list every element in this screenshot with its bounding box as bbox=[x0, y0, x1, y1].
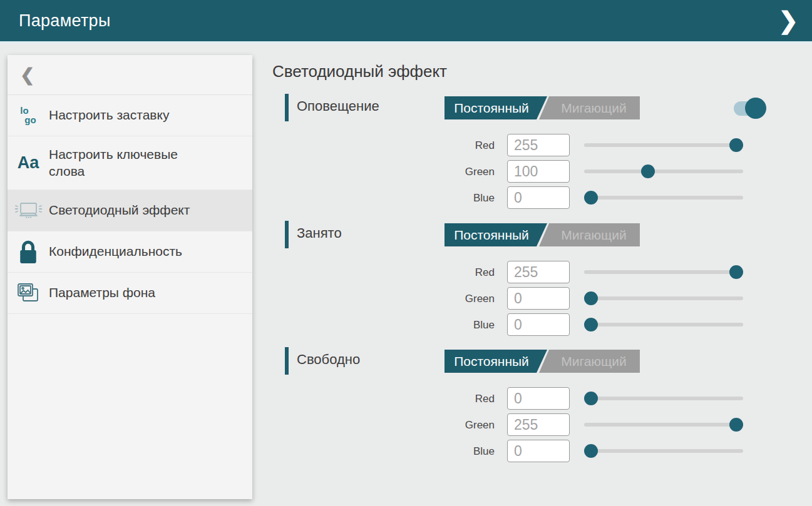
rgb-row-blue: Blue bbox=[0, 186, 812, 209]
app-header: Параметры ❯ bbox=[0, 0, 812, 43]
rgb-value-input[interactable] bbox=[507, 186, 570, 209]
rgb-label: Blue bbox=[413, 445, 495, 458]
rgb-slider[interactable] bbox=[584, 440, 743, 462]
rgb-row-red: Red bbox=[0, 134, 812, 156]
page-title: Светодиодный эффект bbox=[272, 62, 447, 81]
slider-thumb[interactable] bbox=[641, 164, 655, 178]
mode-segmented-control: Постоянный Мигающий bbox=[445, 350, 640, 373]
mode-steady-button[interactable]: Постоянный bbox=[445, 96, 547, 119]
slider-track bbox=[584, 196, 743, 200]
slider-track bbox=[584, 143, 743, 147]
rgb-label: Green bbox=[413, 419, 495, 432]
rgb-label: Blue bbox=[413, 192, 495, 205]
mode-segmented-control: Постоянный Мигающий bbox=[445, 96, 640, 119]
rgb-row-red: Red bbox=[0, 387, 812, 410]
slider-thumb[interactable] bbox=[729, 265, 743, 279]
rgb-row-green: Green bbox=[0, 287, 812, 310]
rgb-value-input[interactable] bbox=[507, 313, 570, 336]
rgb-row-blue: Blue bbox=[0, 440, 812, 462]
toggle-knob bbox=[745, 98, 766, 119]
slider-track bbox=[584, 449, 743, 453]
rgb-label: Green bbox=[413, 293, 495, 305]
mode-steady-button[interactable]: Постоянный bbox=[445, 350, 547, 373]
app-title: Параметры bbox=[19, 11, 111, 31]
sidebar-back-button[interactable]: ❮ bbox=[8, 55, 252, 95]
rgb-row-green: Green bbox=[0, 413, 812, 436]
slider-track bbox=[584, 170, 743, 173]
slider-track bbox=[584, 270, 743, 274]
forward-chevron-icon[interactable]: ❯ bbox=[778, 6, 798, 35]
rgb-label: Red bbox=[413, 266, 495, 279]
slider-thumb[interactable] bbox=[584, 291, 598, 305]
rgb-label: Red bbox=[413, 139, 495, 152]
mode-blinking-button[interactable]: Мигающий bbox=[537, 96, 640, 119]
rgb-slider[interactable] bbox=[584, 160, 743, 183]
slider-thumb[interactable] bbox=[729, 418, 743, 432]
section-accent-bar bbox=[285, 221, 289, 248]
slider-thumb[interactable] bbox=[584, 444, 598, 458]
slider-track bbox=[584, 323, 743, 326]
mode-blinking-button[interactable]: Мигающий bbox=[537, 223, 640, 246]
rgb-slider[interactable] bbox=[584, 313, 743, 336]
rgb-slider[interactable] bbox=[584, 413, 743, 436]
back-chevron-icon: ❮ bbox=[20, 64, 34, 85]
section-accent-bar bbox=[285, 347, 289, 375]
led-section-busy: Занято Постоянный Мигающий Red Green Blu… bbox=[0, 220, 812, 345]
slider-track bbox=[584, 397, 743, 400]
rgb-label: Red bbox=[413, 393, 495, 405]
rgb-slider[interactable] bbox=[584, 134, 743, 156]
led-section-notification: Оповещение Постоянный Мигающий Red Green… bbox=[0, 93, 812, 218]
rgb-slider[interactable] bbox=[584, 387, 743, 410]
rgb-row-red: Red bbox=[0, 261, 812, 283]
rgb-value-input[interactable] bbox=[507, 440, 570, 462]
rgb-slider[interactable] bbox=[584, 261, 743, 283]
slider-thumb[interactable] bbox=[729, 138, 743, 152]
slider-track bbox=[584, 423, 743, 427]
rgb-value-input[interactable] bbox=[507, 287, 570, 310]
mode-blinking-button[interactable]: Мигающий bbox=[537, 350, 640, 373]
section-label: Оповещение bbox=[297, 98, 379, 114]
rgb-label: Blue bbox=[413, 319, 495, 331]
led-section-free: Свободно Постоянный Мигающий Red Green B… bbox=[0, 346, 812, 471]
rgb-label: Green bbox=[413, 166, 495, 178]
rgb-row-blue: Blue bbox=[0, 313, 812, 336]
rgb-slider[interactable] bbox=[584, 287, 743, 310]
rgb-row-green: Green bbox=[0, 160, 812, 183]
section-enable-toggle[interactable] bbox=[734, 98, 766, 119]
slider-track bbox=[584, 296, 743, 300]
mode-steady-button[interactable]: Постоянный bbox=[445, 223, 547, 246]
rgb-value-input[interactable] bbox=[507, 261, 570, 283]
mode-segmented-control: Постоянный Мигающий bbox=[445, 223, 640, 246]
slider-thumb[interactable] bbox=[584, 318, 598, 331]
section-label: Занято bbox=[297, 225, 342, 241]
rgb-value-input[interactable] bbox=[507, 134, 570, 156]
section-accent-bar bbox=[285, 94, 289, 121]
slider-thumb[interactable] bbox=[584, 392, 598, 405]
rgb-value-input[interactable] bbox=[507, 413, 570, 436]
rgb-slider[interactable] bbox=[584, 186, 743, 209]
section-label: Свободно bbox=[297, 352, 360, 368]
rgb-value-input[interactable] bbox=[507, 387, 570, 410]
rgb-value-input[interactable] bbox=[507, 160, 570, 183]
slider-thumb[interactable] bbox=[584, 191, 598, 205]
